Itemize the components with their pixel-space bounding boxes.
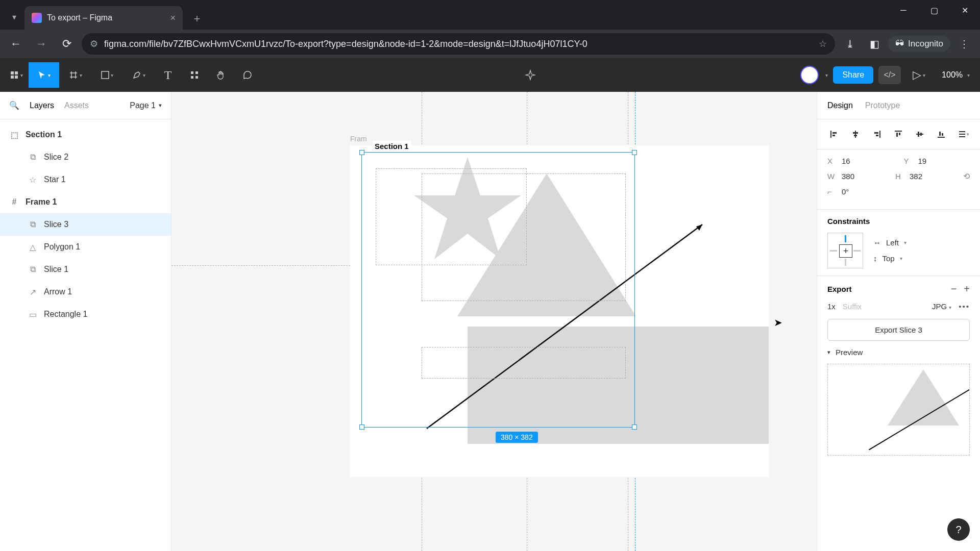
align-right-button[interactable] [868,126,886,143]
layer-polygon1[interactable]: △ Polygon 1 [0,236,171,258]
resize-handle-tl[interactable] [359,150,364,155]
layer-frame1[interactable]: # Frame 1 [0,191,171,213]
move-tool[interactable]: ▾ [29,62,59,88]
pen-tool[interactable]: ▾ [124,62,154,88]
export-format-select[interactable]: JPG ▾ [932,302,951,311]
align-vcenter-button[interactable] [911,126,928,143]
link-dimensions-icon[interactable]: ⟲ [963,171,970,181]
resize-handle-bl[interactable] [359,424,364,430]
zoom-value: 100% [942,70,963,80]
layer-arrow1[interactable]: ↗ Arrow 1 [0,281,171,303]
align-hcenter-button[interactable] [847,126,864,143]
browser-address-bar: ← → ⟳ ⚙ figma.com/file/bv7ZfBCwxHvmVCxmU… [0,30,980,58]
layer-slice2[interactable]: ⧉ Slice 2 [0,146,171,168]
hand-tool[interactable] [208,62,234,88]
rotation-field[interactable]: ⌐ 0° [827,187,970,196]
height-field[interactable]: H 382 [895,172,953,181]
svg-rect-0 [11,71,14,74]
remove-export-button[interactable]: − [951,283,957,295]
dev-mode-toggle[interactable]: </> [878,66,901,84]
rectangle-icon: ▭ [28,309,38,319]
tab-search-dropdown[interactable]: ▾ [4,7,24,27]
reload-button[interactable]: ⟳ [56,33,78,55]
canvas[interactable]: Fram Section 1 380 × 382 ➤ [172,92,817,551]
browser-tab-active[interactable]: To export – Figma × [24,6,183,30]
constraint-widget[interactable]: + [827,233,863,268]
layer-slice3[interactable]: ⧉ Slice 3 [0,213,171,236]
new-tab-button[interactable]: + [188,10,206,28]
export-options-button[interactable]: ••• [959,302,970,311]
svg-rect-14 [853,132,858,134]
svg-rect-2 [11,76,14,79]
url-input[interactable]: ⚙ figma.com/file/bv7ZfBCwxHvmVCxmU1rvzc/… [82,33,835,55]
back-button[interactable]: ← [5,33,27,55]
maximize-window-button[interactable]: ▢ [919,0,949,20]
constraint-vertical-select[interactable]: ↕ Top ▾ [873,254,906,263]
layers-tab[interactable]: Layers [30,101,54,110]
x-field[interactable]: X 16 [827,157,894,165]
bookmark-star-icon[interactable]: ☆ [819,38,827,49]
export-button[interactable]: Export Slice 3 [827,319,970,341]
page-selector[interactable]: Page 1 ▾ [130,101,162,110]
export-preview [827,364,970,456]
resize-handle-tr[interactable] [632,150,637,155]
guide-horizontal [172,265,360,266]
svg-rect-21 [899,133,900,135]
export-scale-select[interactable]: 1x [827,302,836,311]
help-button[interactable]: ? [947,518,970,541]
distribute-button[interactable]: ▾ [954,126,972,143]
horizontal-icon: ↔ [873,238,881,247]
actions-button[interactable] [518,62,543,88]
avatar-dropdown-icon[interactable]: ▾ [825,72,828,78]
present-button[interactable]: ▷▾ [906,62,932,88]
svg-rect-29 [959,134,965,135]
minimize-window-button[interactable]: ─ [888,0,919,20]
layer-star1[interactable]: ☆ Star 1 [0,168,171,191]
user-avatar[interactable] [800,66,819,84]
side-panel-icon[interactable]: ◧ [864,33,885,55]
resources-tool[interactable] [182,62,207,88]
frame-label[interactable]: Fram [350,135,367,143]
svg-rect-6 [195,71,198,74]
forward-button[interactable]: → [31,33,52,55]
shape-tool[interactable]: ▾ [92,62,122,88]
incognito-label: Incognito [908,39,943,49]
section-label[interactable]: Section 1 [373,141,411,152]
frame-tool[interactable]: ▾ [60,62,91,88]
svg-rect-10 [830,131,831,138]
add-export-button[interactable]: + [964,283,970,295]
align-bottom-button[interactable] [933,126,950,143]
zoom-control[interactable]: 100% ▾ [937,70,975,80]
layer-section1[interactable]: ⬚ Section 1 [0,123,171,146]
comment-tool[interactable] [235,62,260,88]
layer-slice1[interactable]: ⧉ Slice 1 [0,258,171,281]
resize-handle-br[interactable] [632,424,637,430]
export-suffix-input[interactable]: Suffix [843,302,925,311]
layer-rectangle1[interactable]: ▭ Rectangle 1 [0,303,171,325]
width-field[interactable]: W 380 [827,172,885,181]
site-info-icon[interactable]: ⚙ [90,38,98,49]
search-layers-icon[interactable]: 🔍 [9,101,19,110]
share-button[interactable]: Share [833,66,873,84]
close-tab-icon[interactable]: × [170,13,176,23]
selection-box[interactable] [361,152,635,428]
svg-rect-22 [916,134,923,135]
main-menu-button[interactable]: ▾ [5,62,28,88]
incognito-badge[interactable]: 🕶 Incognito [888,36,950,52]
browser-menu-icon[interactable]: ⋮ [953,33,975,55]
downloads-icon[interactable]: ⤓ [839,33,861,55]
section-icon: ⬚ [9,130,19,140]
slice-icon: ⧉ [28,219,38,230]
assets-tab[interactable]: Assets [64,101,89,110]
y-field[interactable]: Y 19 [904,157,970,165]
text-tool[interactable]: T [155,62,181,88]
angle-icon: ⌐ [827,187,837,196]
svg-rect-3 [15,76,18,79]
preview-toggle[interactable]: ▾ Preview [827,348,970,357]
constraint-horizontal-select[interactable]: ↔ Left ▾ [873,238,906,247]
prototype-tab[interactable]: Prototype [865,101,900,110]
align-left-button[interactable] [825,126,843,143]
design-tab[interactable]: Design [827,101,853,110]
close-window-button[interactable]: ✕ [949,0,980,20]
align-top-button[interactable] [890,126,907,143]
